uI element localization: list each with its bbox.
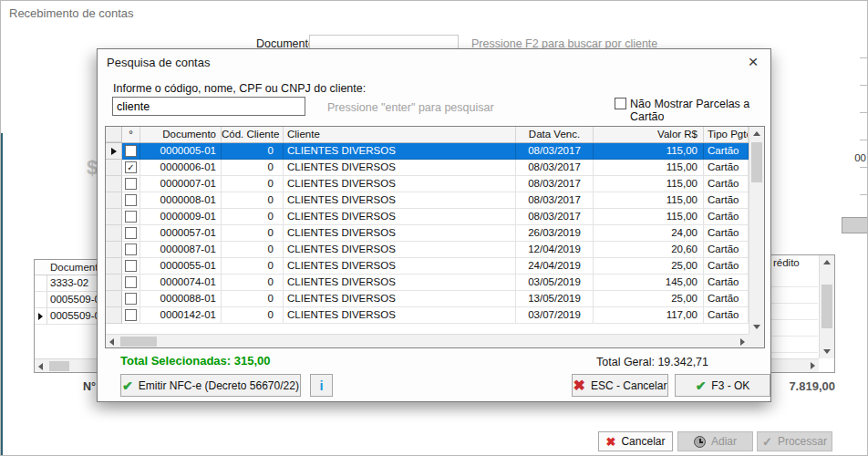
column-header-data-venc[interactable]: Data Venc. — [516, 127, 594, 142]
cell-tipo-pgto: Cartão — [704, 291, 749, 307]
row-checkbox[interactable] — [125, 293, 137, 305]
close-icon[interactable]: × — [741, 51, 765, 73]
list-item[interactable]: 3333-02 — [35, 275, 100, 292]
table-row[interactable]: 0000007-010CLIENTES DIVERSOS08/03/201711… — [106, 176, 749, 192]
numero-label: N° — [65, 380, 96, 393]
scroll-thumb[interactable] — [822, 285, 832, 328]
row-checkbox[interactable] — [125, 260, 137, 272]
accounts-grid-vscrollbar[interactable] — [749, 127, 764, 334]
info-button[interactable]: i — [310, 374, 333, 397]
scroll-thumb[interactable] — [49, 361, 69, 371]
column-header-tipo-pgto[interactable]: Tipo Pgto. — [704, 127, 749, 142]
cell-data-venc: 08/03/2017 — [516, 143, 594, 160]
cancelar-button[interactable]: ✖ Cancelar — [598, 431, 673, 451]
row-separator-tick — [860, 112, 867, 113]
esc-cancelar-button[interactable]: ✖ ESC - Cancelar — [572, 374, 668, 397]
table-row[interactable]: 0000057-010CLIENTES DIVERSOS26/03/201924… — [106, 225, 749, 242]
table-row[interactable]: 0000087-010CLIENTES DIVERSOS12/04/201920… — [106, 242, 749, 258]
row-checkbox[interactable] — [125, 211, 137, 223]
emitir-nfce-label: Emitir NFC-e (Decreto 56670/22) — [139, 379, 299, 392]
accounts-grid-hscrollbar[interactable] — [106, 334, 749, 347]
f3-ok-label: F3 - OK — [711, 379, 749, 392]
table-row[interactable]: 0000005-010CLIENTES DIVERSOS08/03/201711… — [106, 143, 749, 160]
row-checkbox[interactable]: ✓ — [125, 161, 137, 173]
row-checkbox[interactable] — [125, 194, 137, 206]
column-header-documento[interactable]: Documento — [140, 127, 222, 142]
cell-cliente: CLIENTES DIVERSOS — [284, 275, 516, 291]
scroll-down-icon[interactable] — [823, 349, 831, 354]
column-header-valor[interactable]: Valor R$ — [594, 127, 704, 142]
emitir-nfce-button[interactable]: ✔ Emitir NFC-e (Decreto 56670/22) — [120, 374, 301, 397]
scroll-left-icon[interactable] — [109, 338, 114, 346]
cell-tipo-pgto: Cartão — [704, 209, 749, 225]
cell-cliente: CLIENTES DIVERSOS — [284, 192, 516, 209]
cancelar-button-label: Cancelar — [621, 435, 665, 448]
checkbox-cell: ✓ — [122, 160, 140, 176]
cell-documento: 0000142-01 — [140, 307, 222, 324]
check-icon: ✔ — [696, 378, 707, 393]
scroll-thumb[interactable] — [120, 337, 157, 347]
checkbox-cell — [122, 258, 140, 275]
cell-tipo-pgto: Cartão — [704, 160, 749, 176]
cell-cod-cliente: 0 — [222, 160, 284, 176]
table-row[interactable]: ✓0000006-010CLIENTES DIVERSOS08/03/20171… — [106, 160, 749, 176]
scroll-thumb[interactable] — [751, 142, 762, 182]
list-item[interactable]: 0005509-0 — [35, 292, 100, 308]
scroll-up-icon[interactable] — [823, 260, 831, 264]
cell-tipo-pgto: Cartão — [704, 225, 749, 242]
list-item[interactable]: 0005509-0 — [35, 308, 100, 325]
table-row[interactable]: 0000088-010CLIENTES DIVERSOS13/05/201925… — [106, 291, 749, 307]
checkbox-cell — [122, 275, 140, 291]
row-checkbox[interactable] — [125, 227, 137, 239]
current-row-arrow-icon — [111, 148, 117, 155]
cell-data-venc: 08/03/2017 — [516, 209, 594, 225]
accounts-grid-body: 0000005-010CLIENTES DIVERSOS08/03/201711… — [106, 143, 749, 334]
f3-ok-button[interactable]: ✔ F3 - OK — [675, 374, 770, 397]
row-checkbox[interactable] — [125, 178, 137, 190]
scroll-right-icon[interactable] — [811, 362, 815, 369]
cell-cod-cliente: 0 — [222, 143, 284, 160]
table-row[interactable]: 0000074-010CLIENTES DIVERSOS03/05/201914… — [106, 275, 749, 291]
row-checkbox[interactable] — [125, 145, 137, 157]
background-credit-vscrollbar[interactable] — [819, 255, 834, 358]
background-credit-hscrollbar[interactable] — [770, 358, 819, 372]
search-label: Informe o código, nome, CPF ou CNPJ do c… — [113, 82, 366, 95]
background-documents-hscrollbar[interactable] — [35, 358, 100, 372]
cell-documento: 0000007-01 — [140, 176, 222, 192]
scroll-left-icon[interactable] — [38, 363, 43, 370]
check-icon: ✔ — [122, 378, 133, 393]
processar-button[interactable]: ✓ Processar — [757, 431, 832, 451]
table-row[interactable]: 0000142-010CLIENTES DIVERSOS03/07/201911… — [106, 307, 749, 324]
cancel-x-icon: ✖ — [574, 377, 585, 394]
table-row[interactable]: 0000009-010CLIENTES DIVERSOS08/03/201711… — [106, 209, 749, 225]
cell-cod-cliente: 0 — [222, 307, 284, 324]
row-separator-tick — [860, 57, 867, 58]
adiar-button[interactable]: Adiar — [677, 431, 753, 451]
row-checkbox[interactable] — [125, 244, 137, 255]
cell-cod-cliente: 0 — [222, 209, 284, 225]
column-header-gutter[interactable] — [106, 127, 122, 142]
scroll-down-icon[interactable] — [753, 325, 760, 329]
cell-tipo-pgto: Cartão — [704, 275, 749, 291]
table-row[interactable]: 0000055-010CLIENTES DIVERSOS24/04/201925… — [106, 258, 749, 275]
left-accent-strip — [1, 133, 3, 456]
column-header-cod-cliente[interactable]: Cód. Cliente — [222, 127, 284, 142]
pesquisa-de-contas-dialog: Pesquisa de contas × Informe o código, n… — [97, 48, 771, 402]
column-header-cliente[interactable]: Cliente — [284, 127, 516, 142]
scroll-right-icon[interactable] — [740, 338, 745, 346]
column-header-check[interactable]: ° — [122, 127, 140, 142]
cell-data-venc: 24/04/2019 — [516, 258, 594, 275]
cell-data-venc: 12/04/2019 — [516, 242, 594, 258]
cell-data-venc: 03/07/2019 — [516, 307, 594, 324]
checkbox-cell — [122, 307, 140, 324]
scroll-up-icon[interactable] — [753, 131, 760, 136]
row-indicator-cell — [106, 275, 122, 291]
adiar-button-label: Adiar — [711, 435, 737, 448]
row-checkbox[interactable] — [125, 309, 137, 321]
table-row[interactable]: 0000008-010CLIENTES DIVERSOS08/03/201711… — [106, 192, 749, 209]
processar-button-label: Processar — [778, 435, 827, 448]
nao-mostrar-parcelas-checkbox[interactable] — [615, 98, 626, 109]
row-checkbox[interactable] — [125, 276, 137, 288]
row-separator-tick — [860, 194, 867, 195]
client-search-input[interactable] — [112, 97, 305, 116]
